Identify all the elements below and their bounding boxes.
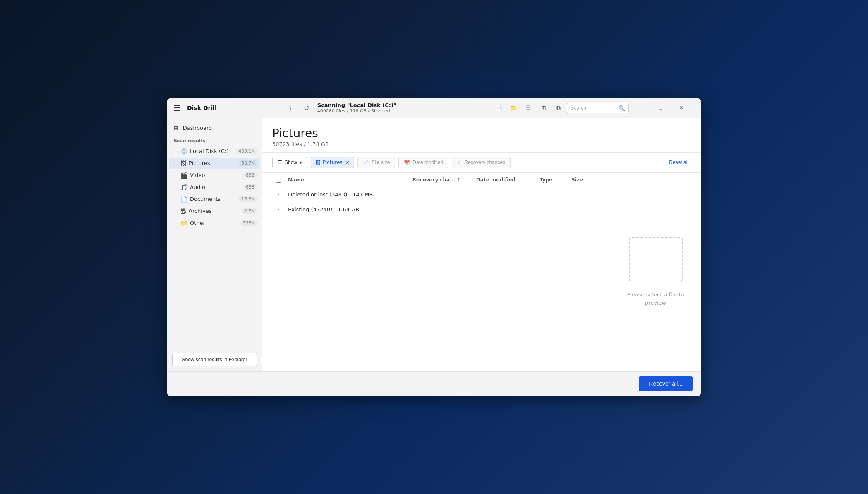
deleted-row-size [568, 187, 600, 202]
search-input[interactable] [571, 105, 616, 111]
pictures-filter-icon: 🖼 [315, 160, 320, 165]
select-all-checkbox[interactable] [276, 177, 281, 183]
col-date-label: Date modified [476, 177, 516, 183]
existing-row-type [536, 202, 568, 217]
recovery-chances-icon: ☆ [457, 160, 462, 165]
scan-subtitle: 409060 files / 118 GB - Stopped [317, 108, 396, 114]
other-chevron: › [174, 220, 180, 227]
sidebar-item-video[interactable]: › 🎬 Video 832 [169, 169, 260, 181]
col-type-label: Type [540, 177, 552, 183]
col-recovery-sort-icon: ↑ [457, 177, 460, 182]
existing-row-date [473, 202, 536, 217]
col-name-label: Name [288, 177, 304, 183]
hamburger-icon[interactable] [172, 103, 182, 112]
preview-placeholder [629, 237, 683, 282]
deleted-row-type [536, 187, 568, 202]
existing-row-recovery [409, 202, 473, 217]
other-count: 338K [240, 220, 257, 226]
split-view-btn[interactable]: ⧉ [552, 101, 565, 115]
file-size-filter-button[interactable]: 📄 File size [357, 157, 395, 168]
deleted-expand-chevron[interactable]: › [278, 192, 279, 197]
home-button[interactable]: ⌂ [283, 101, 296, 115]
recover-all-button[interactable]: Recover all... [639, 376, 693, 391]
close-button[interactable]: ✕ [672, 101, 691, 115]
pictures-filter-tag[interactable]: 🖼 Pictures × [311, 157, 354, 168]
sidebar-item-pictures[interactable]: › 🖼 Pictures 50.7K [169, 158, 260, 169]
col-header-checkbox [272, 173, 285, 187]
other-icon: 📁 [180, 220, 187, 227]
deleted-row-label: Deleted or lost (3483) - 147 MB [285, 187, 409, 202]
minimize-button[interactable]: — [631, 101, 650, 115]
sidebar-item-documents[interactable]: › 📄 Documents 16.3K [169, 193, 260, 205]
sidebar-item-local-disk[interactable]: › 💿 Local Disk (C:) 409.1K [169, 146, 260, 157]
titlebar: Disk Drill ⌂ ↺ Scanning "Local Disk (C:)… [167, 98, 701, 118]
sidebar-top: ⊞ Dashboard Scan results › 💿 Local Disk … [167, 118, 262, 348]
col-recovery-label: Recovery cha... [412, 177, 456, 183]
show-explorer-button[interactable]: Show scan results in Explorer [172, 353, 257, 366]
table-row-deleted[interactable]: › Deleted or lost (3483) - 147 MB [272, 187, 600, 202]
scan-info: Scanning "Local Disk (C:)" 409060 files … [317, 102, 396, 114]
sidebar-item-audio[interactable]: › 🎵 Audio 638 [169, 181, 260, 193]
col-header-type[interactable]: Type [536, 173, 568, 187]
local-disk-chevron: › [174, 148, 180, 155]
titlebar-toolbar: 📄 📁 ☰ ⊞ ⧉ 🔍 — □ ✕ [487, 101, 696, 115]
other-label: Other [190, 220, 240, 226]
recovery-chances-label: Recovery chances [464, 160, 505, 165]
deleted-row-date [473, 187, 536, 202]
existing-row-size [568, 202, 600, 217]
video-label: Video [190, 172, 243, 178]
new-file-icon-btn[interactable]: 📄 [492, 101, 506, 115]
documents-label: Documents [190, 196, 239, 202]
pictures-icon: 🖼 [180, 160, 186, 167]
main-container: ⊞ Dashboard Scan results › 💿 Local Disk … [167, 118, 701, 371]
sidebar-item-other[interactable]: › 📁 Other 338K [169, 217, 260, 229]
sidebar-item-archives[interactable]: › 🗜 Archives 2.6K [169, 205, 260, 217]
scan-title: Scanning "Local Disk (C:)" [317, 102, 396, 108]
back-button[interactable]: ↺ [300, 101, 313, 115]
table-row-existing[interactable]: › Existing (47240) - 1.64 GB [272, 202, 600, 217]
video-count: 832 [243, 172, 257, 178]
recovery-chances-filter-button[interactable]: ☆ Recovery chances [452, 157, 511, 168]
search-icon: 🔍 [619, 105, 625, 111]
existing-row-label: Existing (47240) - 1.64 GB [285, 202, 409, 217]
file-size-icon: 📄 [363, 160, 369, 165]
date-modified-label: Date modified [412, 160, 443, 165]
video-chevron: › [174, 172, 180, 179]
folder-icon-btn[interactable]: 📁 [507, 101, 520, 115]
grid-view-btn[interactable]: ⊞ [537, 101, 550, 115]
col-header-name[interactable]: Name [285, 173, 409, 187]
content-header: Pictures 50723 files / 1.78 GB [262, 118, 701, 153]
page-subtitle: 50723 files / 1.78 GB [272, 141, 691, 147]
pictures-count: 50.7K [239, 160, 257, 166]
archives-count: 2.6K [242, 208, 257, 214]
file-size-label: File size [372, 160, 390, 165]
content-pane: Pictures 50723 files / 1.78 GB ☰ Show ▾ … [262, 118, 701, 371]
filter-bar: ☰ Show ▾ 🖼 Pictures × 📄 File size [262, 153, 701, 173]
documents-chevron: › [174, 196, 180, 203]
reset-all-button[interactable]: Reset all [667, 157, 691, 168]
maximize-button[interactable]: □ [651, 101, 670, 115]
titlebar-left: Disk Drill [172, 103, 274, 112]
sidebar-item-dashboard[interactable]: ⊞ Dashboard [167, 122, 262, 135]
preview-pane: Please select a file to preview [610, 173, 701, 371]
col-header-recovery[interactable]: Recovery cha... ↑ [409, 173, 473, 187]
pictures-filter-label: Pictures [323, 160, 343, 165]
date-modified-filter-button[interactable]: 📅 Date modified [398, 157, 448, 168]
pictures-label: Pictures [189, 160, 239, 166]
audio-chevron: › [174, 184, 180, 191]
show-filter-button[interactable]: ☰ Show ▾ [272, 157, 307, 168]
deleted-row-recovery [409, 187, 473, 202]
video-icon: 🎬 [180, 172, 187, 179]
sidebar: ⊞ Dashboard Scan results › 💿 Local Disk … [167, 118, 262, 371]
audio-count: 638 [243, 184, 257, 190]
col-header-size[interactable]: Size [568, 173, 600, 187]
col-header-date[interactable]: Date modified [473, 173, 536, 187]
show-filter-icon: ☰ [278, 160, 282, 165]
show-filter-label: Show [285, 160, 297, 165]
app-title: Disk Drill [187, 105, 217, 111]
list-view-btn[interactable]: ☰ [522, 101, 535, 115]
existing-expand-chevron[interactable]: › [278, 207, 279, 212]
audio-icon: 🎵 [180, 184, 187, 191]
table-container: Name Recovery cha... ↑ [262, 173, 610, 371]
pictures-filter-close[interactable]: × [345, 160, 350, 165]
